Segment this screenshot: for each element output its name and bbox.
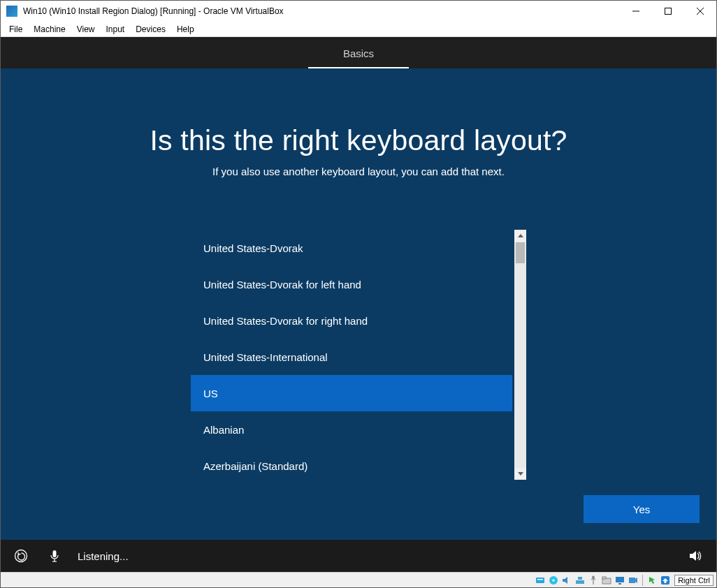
svg-rect-9 — [536, 578, 544, 583]
vm-icon — [6, 6, 17, 17]
hard-disk-icon[interactable] — [535, 575, 546, 586]
keyboard-list-scrollbar[interactable] — [514, 230, 526, 480]
svg-marker-13 — [563, 577, 567, 584]
page-headline: Is this the right keyboard layout? — [150, 124, 567, 157]
audio-icon[interactable] — [561, 575, 572, 586]
scroll-up-arrow[interactable] — [514, 230, 526, 242]
menu-machine[interactable]: Machine — [28, 23, 71, 36]
virtualbox-window: Win10 (Win10 Install Region Dialog) [Run… — [0, 0, 717, 588]
host-key-label[interactable]: Right Ctrl — [674, 575, 714, 586]
minimize-button[interactable] — [620, 1, 652, 22]
svg-marker-8 — [690, 551, 696, 561]
scroll-down-arrow[interactable] — [514, 468, 526, 480]
menu-devices[interactable]: Devices — [130, 23, 171, 36]
window-controls — [620, 1, 716, 22]
menu-file[interactable]: File — [3, 23, 28, 36]
svg-rect-14 — [576, 580, 584, 584]
svg-rect-5 — [53, 550, 57, 557]
listening-label: Listening... — [78, 550, 129, 562]
oobe-content: Is this the right keyboard layout? If yo… — [1, 68, 716, 540]
menubar: File Machine View Input Devices Help — [1, 22, 716, 37]
titlebar: Win10 (Win10 Install Region Dialog) [Run… — [1, 1, 716, 22]
keyboard-list-item[interactable]: United States-Dvorak for left hand — [191, 266, 512, 302]
status-separator — [642, 575, 643, 586]
shared-folders-icon[interactable] — [601, 575, 612, 586]
svg-marker-22 — [635, 578, 637, 583]
svg-point-12 — [553, 579, 555, 581]
display-icon[interactable] — [614, 575, 625, 586]
optical-disk-icon[interactable] — [548, 575, 559, 586]
keyboard-list-item[interactable]: US — [191, 375, 512, 411]
menu-view[interactable]: View — [71, 23, 101, 36]
keyboard-listbox[interactable]: United States-DvorakUnited States-Dvorak… — [191, 230, 512, 480]
back-button[interactable] — [13, 548, 29, 564]
keyboard-list-item[interactable]: United States-International — [191, 339, 512, 375]
menu-help[interactable]: Help — [171, 23, 200, 36]
microphone-icon[interactable] — [48, 550, 61, 562]
volume-icon[interactable] — [688, 548, 704, 564]
menu-input[interactable]: Input — [101, 23, 131, 36]
page-subhead: If you also use another keyboard layout,… — [212, 166, 505, 177]
svg-rect-21 — [629, 578, 635, 583]
vm-statusbar: Right Ctrl — [1, 572, 716, 587]
svg-rect-19 — [616, 577, 624, 582]
svg-point-16 — [593, 576, 595, 578]
keyboard-captured-icon[interactable] — [660, 575, 671, 586]
mouse-integration-icon[interactable] — [646, 575, 658, 586]
keyboard-list-item[interactable]: Albanian — [191, 411, 512, 448]
scroll-thumb[interactable] — [516, 242, 525, 263]
maximize-button[interactable] — [652, 1, 684, 22]
svg-rect-10 — [537, 579, 543, 580]
svg-rect-15 — [578, 577, 582, 580]
yes-button[interactable]: Yes — [584, 495, 700, 523]
usb-icon[interactable] — [588, 575, 599, 586]
button-row: Yes — [1, 495, 716, 523]
svg-rect-20 — [618, 583, 621, 585]
keyboard-list-item[interactable]: Azerbaijani (Standard) — [191, 448, 512, 480]
keyboard-list-item[interactable]: United States-Dvorak for right hand — [191, 302, 512, 339]
network-icon[interactable] — [574, 575, 586, 586]
keyboard-list-item[interactable]: United States-Dvorak — [191, 230, 512, 266]
tab-basics[interactable]: Basics — [308, 41, 409, 68]
recording-icon[interactable] — [628, 575, 639, 586]
window-title: Win10 (Win10 Install Region Dialog) [Run… — [23, 6, 620, 16]
oobe-bottombar: Listening... — [1, 540, 716, 572]
vm-viewport: Basics Is this the right keyboard layout… — [1, 37, 716, 572]
oobe-tabstrip: Basics — [1, 37, 716, 68]
keyboard-list-container: United States-DvorakUnited States-Dvorak… — [191, 230, 526, 480]
svg-rect-1 — [665, 8, 672, 15]
svg-rect-18 — [602, 577, 606, 579]
close-button[interactable] — [684, 1, 716, 22]
